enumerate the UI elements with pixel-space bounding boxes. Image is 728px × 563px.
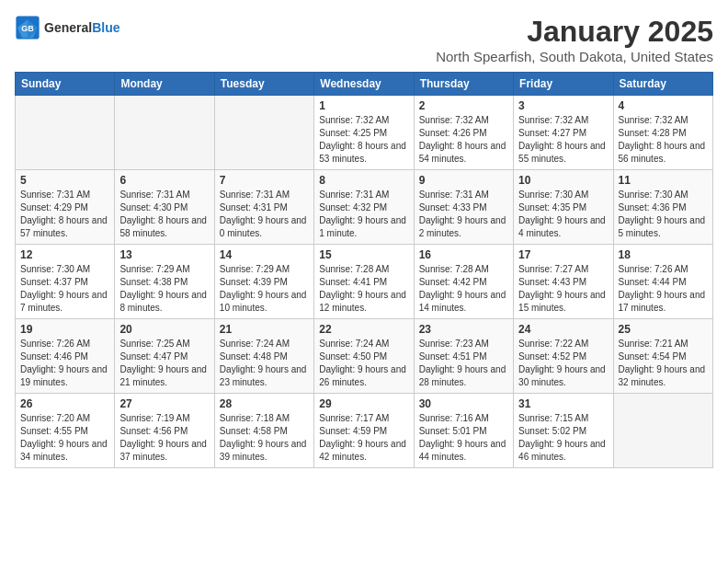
day-detail: Sunrise: 7:23 AM Sunset: 4:51 PM Dayligh… bbox=[419, 338, 508, 389]
day-cell: 3Sunrise: 7:32 AM Sunset: 4:27 PM Daylig… bbox=[514, 96, 613, 170]
logo-icon: GB bbox=[15, 15, 40, 40]
day-cell bbox=[115, 96, 214, 170]
day-detail: Sunrise: 7:28 AM Sunset: 4:42 PM Dayligh… bbox=[419, 263, 508, 315]
day-cell: 25Sunrise: 7:21 AM Sunset: 4:54 PM Dayli… bbox=[613, 319, 712, 394]
day-number: 1 bbox=[319, 99, 408, 112]
title-block: January 2025 North Spearfish, South Dako… bbox=[436, 15, 713, 64]
day-cell: 11Sunrise: 7:30 AM Sunset: 4:36 PM Dayli… bbox=[613, 170, 712, 245]
day-cell: 18Sunrise: 7:26 AM Sunset: 4:44 PM Dayli… bbox=[613, 245, 712, 319]
week-row-1: 1Sunrise: 7:32 AM Sunset: 4:25 PM Daylig… bbox=[16, 96, 713, 170]
day-detail: Sunrise: 7:32 AM Sunset: 4:26 PM Dayligh… bbox=[419, 114, 508, 166]
day-number: 31 bbox=[518, 397, 608, 410]
day-detail: Sunrise: 7:24 AM Sunset: 4:50 PM Dayligh… bbox=[319, 338, 408, 389]
day-cell: 8Sunrise: 7:31 AM Sunset: 4:32 PM Daylig… bbox=[314, 170, 414, 245]
day-number: 12 bbox=[20, 248, 109, 261]
day-number: 23 bbox=[419, 323, 508, 336]
day-cell: 15Sunrise: 7:28 AM Sunset: 4:41 PM Dayli… bbox=[314, 245, 414, 319]
day-number: 24 bbox=[518, 323, 608, 336]
day-detail: Sunrise: 7:32 AM Sunset: 4:27 PM Dayligh… bbox=[518, 114, 608, 166]
day-detail: Sunrise: 7:16 AM Sunset: 5:01 PM Dayligh… bbox=[419, 412, 508, 464]
week-row-5: 26Sunrise: 7:20 AM Sunset: 4:55 PM Dayli… bbox=[16, 394, 713, 468]
day-detail: Sunrise: 7:31 AM Sunset: 4:32 PM Dayligh… bbox=[319, 189, 408, 240]
day-number: 11 bbox=[619, 174, 708, 187]
day-detail: Sunrise: 7:25 AM Sunset: 4:47 PM Dayligh… bbox=[119, 338, 209, 389]
day-detail: Sunrise: 7:18 AM Sunset: 4:58 PM Dayligh… bbox=[220, 412, 309, 464]
day-number: 15 bbox=[319, 248, 408, 261]
calendar-table: SundayMondayTuesdayWednesdayThursdayFrid… bbox=[15, 72, 713, 468]
day-detail: Sunrise: 7:29 AM Sunset: 4:38 PM Dayligh… bbox=[119, 263, 209, 315]
week-row-4: 19Sunrise: 7:26 AM Sunset: 4:46 PM Dayli… bbox=[16, 319, 713, 394]
day-cell: 23Sunrise: 7:23 AM Sunset: 4:51 PM Dayli… bbox=[414, 319, 513, 394]
day-detail: Sunrise: 7:20 AM Sunset: 4:55 PM Dayligh… bbox=[20, 412, 109, 464]
day-cell: 30Sunrise: 7:16 AM Sunset: 5:01 PM Dayli… bbox=[414, 394, 513, 468]
day-detail: Sunrise: 7:19 AM Sunset: 4:56 PM Dayligh… bbox=[119, 412, 209, 464]
week-row-2: 5Sunrise: 7:31 AM Sunset: 4:29 PM Daylig… bbox=[16, 170, 713, 245]
day-cell: 4Sunrise: 7:32 AM Sunset: 4:28 PM Daylig… bbox=[613, 96, 712, 170]
page-header: GB GeneralBlue January 2025 North Spearf… bbox=[15, 15, 713, 64]
day-cell: 14Sunrise: 7:29 AM Sunset: 4:39 PM Dayli… bbox=[214, 245, 313, 319]
weekday-header-friday: Friday bbox=[514, 73, 613, 96]
day-number: 4 bbox=[619, 99, 708, 112]
day-cell: 6Sunrise: 7:31 AM Sunset: 4:30 PM Daylig… bbox=[115, 170, 214, 245]
day-cell: 26Sunrise: 7:20 AM Sunset: 4:55 PM Dayli… bbox=[16, 394, 115, 468]
day-detail: Sunrise: 7:26 AM Sunset: 4:44 PM Dayligh… bbox=[619, 263, 708, 315]
day-cell: 17Sunrise: 7:27 AM Sunset: 4:43 PM Dayli… bbox=[514, 245, 613, 319]
weekday-header-saturday: Saturday bbox=[613, 73, 712, 96]
logo: GB GeneralBlue bbox=[15, 15, 119, 40]
day-detail: Sunrise: 7:15 AM Sunset: 5:02 PM Dayligh… bbox=[518, 412, 608, 464]
weekday-header-thursday: Thursday bbox=[414, 73, 513, 96]
day-cell: 5Sunrise: 7:31 AM Sunset: 4:29 PM Daylig… bbox=[16, 170, 115, 245]
weekday-header-monday: Monday bbox=[115, 73, 214, 96]
day-cell: 9Sunrise: 7:31 AM Sunset: 4:33 PM Daylig… bbox=[414, 170, 513, 245]
day-number: 6 bbox=[119, 174, 209, 187]
day-number: 3 bbox=[518, 99, 608, 112]
day-detail: Sunrise: 7:31 AM Sunset: 4:29 PM Dayligh… bbox=[20, 189, 109, 240]
day-number: 17 bbox=[518, 248, 608, 261]
svg-text:GB: GB bbox=[21, 24, 34, 33]
day-number: 27 bbox=[119, 397, 209, 410]
day-cell: 20Sunrise: 7:25 AM Sunset: 4:47 PM Dayli… bbox=[115, 319, 214, 394]
day-cell: 31Sunrise: 7:15 AM Sunset: 5:02 PM Dayli… bbox=[514, 394, 613, 468]
day-number: 8 bbox=[319, 174, 408, 187]
day-detail: Sunrise: 7:31 AM Sunset: 4:31 PM Dayligh… bbox=[220, 189, 309, 240]
day-cell: 1Sunrise: 7:32 AM Sunset: 4:25 PM Daylig… bbox=[314, 96, 414, 170]
day-detail: Sunrise: 7:22 AM Sunset: 4:52 PM Dayligh… bbox=[518, 338, 608, 389]
day-cell: 12Sunrise: 7:30 AM Sunset: 4:37 PM Dayli… bbox=[16, 245, 115, 319]
month-year-title: January 2025 bbox=[436, 15, 713, 49]
day-number: 18 bbox=[619, 248, 708, 261]
day-detail: Sunrise: 7:32 AM Sunset: 4:28 PM Dayligh… bbox=[619, 114, 708, 166]
day-number: 9 bbox=[419, 174, 508, 187]
day-detail: Sunrise: 7:30 AM Sunset: 4:36 PM Dayligh… bbox=[619, 189, 708, 240]
day-number: 20 bbox=[119, 323, 209, 336]
day-cell: 29Sunrise: 7:17 AM Sunset: 4:59 PM Dayli… bbox=[314, 394, 414, 468]
day-number: 26 bbox=[20, 397, 109, 410]
day-number: 16 bbox=[419, 248, 508, 261]
day-cell: 22Sunrise: 7:24 AM Sunset: 4:50 PM Dayli… bbox=[314, 319, 414, 394]
day-number: 22 bbox=[319, 323, 408, 336]
day-cell bbox=[16, 96, 115, 170]
day-detail: Sunrise: 7:26 AM Sunset: 4:46 PM Dayligh… bbox=[20, 338, 109, 389]
day-detail: Sunrise: 7:31 AM Sunset: 4:30 PM Dayligh… bbox=[119, 189, 209, 240]
day-number: 25 bbox=[619, 323, 708, 336]
day-detail: Sunrise: 7:30 AM Sunset: 4:35 PM Dayligh… bbox=[518, 189, 608, 240]
logo-text: GeneralBlue bbox=[44, 20, 119, 35]
day-detail: Sunrise: 7:24 AM Sunset: 4:48 PM Dayligh… bbox=[220, 338, 309, 389]
day-number: 21 bbox=[220, 323, 309, 336]
day-cell: 21Sunrise: 7:24 AM Sunset: 4:48 PM Dayli… bbox=[214, 319, 313, 394]
day-cell: 7Sunrise: 7:31 AM Sunset: 4:31 PM Daylig… bbox=[214, 170, 313, 245]
day-cell: 16Sunrise: 7:28 AM Sunset: 4:42 PM Dayli… bbox=[414, 245, 513, 319]
weekday-header-sunday: Sunday bbox=[16, 73, 115, 96]
day-number: 2 bbox=[419, 99, 508, 112]
day-cell: 27Sunrise: 7:19 AM Sunset: 4:56 PM Dayli… bbox=[115, 394, 214, 468]
day-detail: Sunrise: 7:17 AM Sunset: 4:59 PM Dayligh… bbox=[319, 412, 408, 464]
day-number: 19 bbox=[20, 323, 109, 336]
day-number: 7 bbox=[220, 174, 309, 187]
day-number: 30 bbox=[419, 397, 508, 410]
day-detail: Sunrise: 7:32 AM Sunset: 4:25 PM Dayligh… bbox=[319, 114, 408, 166]
weekday-header-wednesday: Wednesday bbox=[314, 73, 414, 96]
day-number: 10 bbox=[518, 174, 608, 187]
day-cell: 28Sunrise: 7:18 AM Sunset: 4:58 PM Dayli… bbox=[214, 394, 313, 468]
day-cell: 24Sunrise: 7:22 AM Sunset: 4:52 PM Dayli… bbox=[514, 319, 613, 394]
day-detail: Sunrise: 7:27 AM Sunset: 4:43 PM Dayligh… bbox=[518, 263, 608, 315]
day-number: 29 bbox=[319, 397, 408, 410]
